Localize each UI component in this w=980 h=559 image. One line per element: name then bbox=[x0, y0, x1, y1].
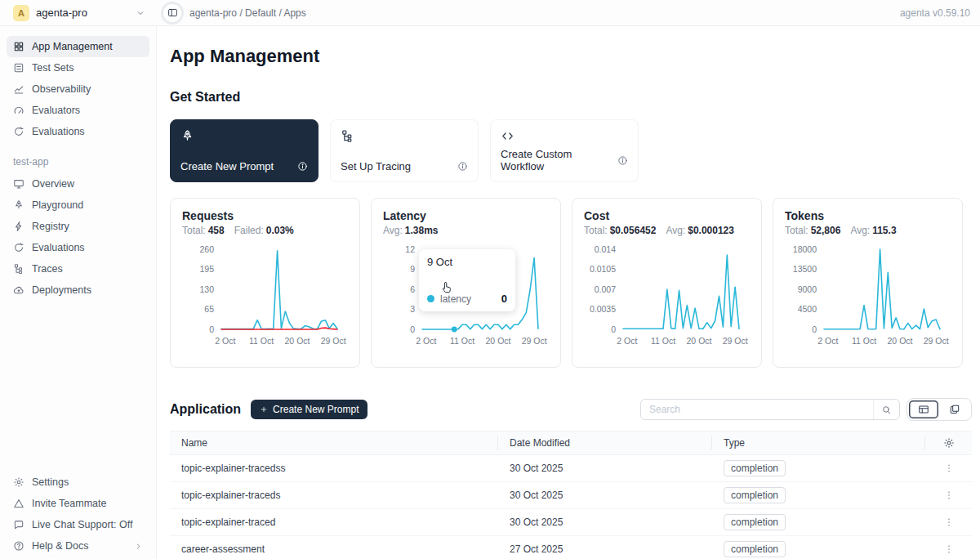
main-content: App Management Get Started Create New Pr… bbox=[157, 26, 980, 559]
sidebar-item-evaluators[interactable]: Evaluators bbox=[7, 100, 149, 121]
cost-chart[interactable]: 0.0140.01050.0070.003502 Oct11 Oct20 Oct… bbox=[584, 241, 750, 359]
get-started-card-set-up-tracing[interactable]: Set Up Tracing bbox=[330, 119, 479, 182]
svg-text:29 Oct: 29 Oct bbox=[522, 336, 547, 346]
sidebar-footer-group: Settings Invite Teammate Live Chat Suppo… bbox=[0, 472, 156, 559]
row-name: topic-explainer-traceds bbox=[170, 490, 498, 501]
table-row[interactable]: topic-explainer-tracedss 30 Oct 2025 com… bbox=[170, 455, 972, 482]
row-name: topic-explainer-tracedss bbox=[170, 463, 498, 474]
rocket-icon bbox=[13, 199, 24, 211]
sidebar-app-group: Overview Playground Registry Evaluations… bbox=[0, 173, 156, 301]
stat-cards-row: Requests Total:458Failed:0.03% 260195130… bbox=[170, 198, 972, 368]
sidebar-item-app-management[interactable]: App Management bbox=[7, 36, 149, 57]
tokens-chart[interactable]: 18000135009000450002 Oct11 Oct20 Oct29 O… bbox=[785, 241, 951, 359]
sidebar-app-item-playground[interactable]: Playground bbox=[7, 195, 149, 216]
sidebar-collapse-button[interactable] bbox=[163, 4, 181, 22]
gear-icon bbox=[13, 476, 24, 488]
column-header-name[interactable]: Name bbox=[170, 432, 498, 454]
dots-vertical-icon[interactable] bbox=[943, 490, 955, 501]
code-icon bbox=[501, 129, 514, 143]
dots-vertical-icon[interactable] bbox=[943, 517, 955, 528]
info-icon[interactable] bbox=[457, 161, 468, 172]
svg-text:3: 3 bbox=[410, 304, 415, 314]
stat-card-title: Cost bbox=[584, 209, 750, 222]
sidebar-app-item-registry[interactable]: Registry bbox=[7, 216, 149, 237]
application-title: Application bbox=[170, 402, 241, 417]
workspace-selector[interactable]: A agenta-pro bbox=[0, 5, 157, 21]
tree-icon bbox=[341, 129, 354, 143]
sidebar-item-test-sets[interactable]: Test Sets bbox=[7, 57, 149, 78]
tree-icon bbox=[13, 263, 24, 275]
app-version: agenta v0.59.10 bbox=[900, 7, 970, 19]
search-input[interactable] bbox=[641, 404, 873, 415]
type-badge: completion bbox=[724, 514, 786, 530]
tooltip-date: 9 Oct bbox=[427, 256, 507, 268]
svg-text:20 Oct: 20 Oct bbox=[888, 336, 913, 346]
info-icon[interactable] bbox=[617, 155, 628, 166]
sidebar-app-item-traces[interactable]: Traces bbox=[7, 258, 149, 280]
svg-text:11 Oct: 11 Oct bbox=[249, 336, 274, 346]
sidebar-app-item-deployments[interactable]: Deployments bbox=[7, 280, 149, 301]
dots-vertical-icon[interactable] bbox=[943, 543, 955, 555]
stat-card-cost: Cost Total:$0.056452Avg:$0.000123 0.0140… bbox=[572, 198, 762, 368]
sidebar-footer-item-live-chat-support-off[interactable]: Live Chat Support: Off bbox=[7, 514, 149, 535]
svg-text:2 Oct: 2 Oct bbox=[817, 336, 838, 346]
get-started-card-create-custom-workflow[interactable]: Create Custom Workflow bbox=[490, 119, 639, 182]
sidebar-main-group: App Management Test Sets Observability E… bbox=[0, 36, 156, 142]
search-button[interactable] bbox=[873, 400, 899, 419]
grid-icon bbox=[13, 41, 24, 52]
svg-text:0: 0 bbox=[410, 324, 415, 334]
get-started-card-create-new-prompt[interactable]: Create New Prompt bbox=[170, 119, 318, 182]
svg-text:0: 0 bbox=[209, 324, 214, 334]
table-view-button[interactable] bbox=[909, 400, 938, 418]
get-started-cards: Create New Prompt Set Up Tracing Create … bbox=[170, 119, 972, 182]
svg-text:0.0105: 0.0105 bbox=[590, 264, 616, 274]
info-icon[interactable] bbox=[297, 161, 308, 172]
sidebar-item-evaluations[interactable]: Evaluations bbox=[7, 121, 149, 142]
stat-card-requests: Requests Total:458Failed:0.03% 260195130… bbox=[170, 198, 360, 368]
svg-text:2 Oct: 2 Oct bbox=[416, 336, 436, 346]
svg-text:4500: 4500 bbox=[798, 304, 817, 314]
cycle-icon bbox=[13, 242, 24, 253]
row-date-modified: 27 Oct 2025 bbox=[498, 543, 712, 555]
chat-icon bbox=[13, 519, 24, 530]
sidebar-footer-item-settings[interactable]: Settings bbox=[7, 472, 149, 493]
card-view-button[interactable] bbox=[940, 400, 969, 418]
help-icon bbox=[13, 540, 24, 552]
chevron-right-icon bbox=[134, 542, 143, 551]
table-settings-gear-icon[interactable] bbox=[943, 437, 955, 449]
workspace-name: agenta-pro bbox=[36, 7, 87, 19]
breadcrumb[interactable]: agenta-pro / Default / Apps bbox=[189, 7, 306, 19]
table-view-icon bbox=[918, 404, 929, 415]
chevron-down-icon bbox=[136, 8, 145, 18]
row-name: career-assessment bbox=[170, 543, 498, 555]
row-date-modified: 30 Oct 2025 bbox=[498, 517, 712, 528]
table-row[interactable]: topic-explainer-traceds 30 Oct 2025 comp… bbox=[170, 482, 972, 509]
svg-text:0.014: 0.014 bbox=[595, 244, 616, 254]
dots-vertical-icon[interactable] bbox=[943, 463, 955, 474]
create-new-prompt-button[interactable]: Create New Prompt bbox=[251, 400, 368, 419]
svg-text:260: 260 bbox=[199, 244, 214, 254]
column-header-date-modified[interactable]: Date Modified bbox=[498, 432, 712, 454]
column-header-type[interactable]: Type bbox=[712, 432, 925, 454]
sidebar-app-item-overview[interactable]: Overview bbox=[7, 173, 149, 195]
table-row[interactable]: topic-explainer-traced 30 Oct 2025 compl… bbox=[170, 509, 972, 536]
sidebar-footer-item-help-docs[interactable]: Help & Docs bbox=[7, 535, 149, 557]
svg-text:6: 6 bbox=[410, 284, 415, 294]
requests-chart[interactable]: 2601951306502 Oct11 Oct20 Oct29 Oct bbox=[182, 241, 348, 359]
svg-text:0: 0 bbox=[611, 324, 616, 334]
tooltip-value: 0 bbox=[501, 293, 507, 305]
sidebar-item-observability[interactable]: Observability bbox=[7, 78, 149, 100]
row-date-modified: 30 Oct 2025 bbox=[498, 463, 712, 474]
svg-text:2 Oct: 2 Oct bbox=[215, 336, 235, 346]
sidebar-app-item-evaluations[interactable]: Evaluations bbox=[7, 237, 149, 258]
chart-tooltip: 9 Oct latency 0 bbox=[419, 249, 515, 311]
table-row[interactable]: career-assessment 27 Oct 2025 completion bbox=[170, 536, 972, 559]
sidebar-footer-item-invite-teammate[interactable]: Invite Teammate bbox=[7, 493, 149, 514]
series-dot-icon bbox=[427, 295, 434, 302]
stat-card-tokens: Tokens Total:52,806Avg:115.3 18000135009… bbox=[773, 198, 963, 368]
chart-line-icon bbox=[13, 83, 24, 95]
gauge-icon bbox=[13, 105, 24, 116]
svg-text:0.0035: 0.0035 bbox=[590, 304, 616, 314]
stat-card-title: Latency bbox=[383, 209, 549, 222]
sidebar: App Management Test Sets Observability E… bbox=[0, 26, 157, 559]
